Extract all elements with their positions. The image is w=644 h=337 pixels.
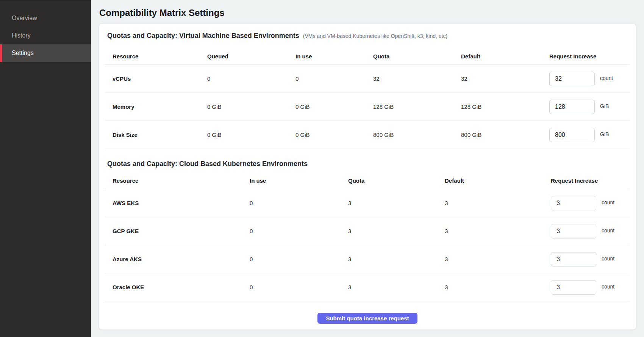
resource-name: Memory	[105, 103, 207, 110]
queued-value: 0 GiB	[207, 103, 295, 110]
unit-label: GiB	[600, 103, 609, 109]
request-increase-cell: count	[551, 224, 630, 238]
sidebar-item-overview[interactable]: Overview	[0, 9, 91, 27]
quota-value: 3	[348, 284, 445, 290]
vm-quota-table: Resource Queued In use Quota Default Req…	[105, 48, 630, 149]
column-header-resource: Resource	[105, 177, 250, 184]
unit-label: GiB	[600, 131, 609, 137]
sidebar-item-history[interactable]: History	[0, 27, 91, 44]
resource-name: Disk Size	[105, 132, 207, 138]
table-row-oracle-oke: Oracle OKE 0 3 3 count	[105, 273, 630, 301]
table-row-disk-size: Disk Size 0 GiB 0 GiB 800 GiB 800 GiB Gi…	[105, 121, 630, 149]
azure-aks-request-input[interactable]	[551, 252, 596, 266]
sidebar-item-label: Settings	[12, 50, 34, 56]
table-row-aws-eks: AWS EKS 0 3 3 count	[105, 189, 630, 217]
column-header-quota: Quota	[373, 53, 461, 60]
request-increase-cell: GiB	[549, 100, 630, 114]
sidebar-item-label: Overview	[12, 15, 37, 22]
request-increase-cell: count	[551, 196, 630, 210]
column-header-in-use: In use	[250, 177, 348, 184]
sidebar-item-label: History	[12, 32, 31, 39]
default-value: 3	[445, 256, 551, 262]
unit-label: count	[600, 75, 613, 81]
quota-value: 3	[348, 200, 445, 206]
default-value: 3	[445, 284, 551, 290]
unit-label: count	[602, 284, 614, 290]
column-header-default: Default	[445, 177, 551, 184]
default-value: 128 GiB	[461, 103, 549, 110]
in-use-value: 0 GiB	[295, 132, 373, 138]
quotas-card: Quotas and Capacity: Virtual Machine Bas…	[98, 24, 636, 330]
submit-quota-increase-button[interactable]: Submit quota increase request	[317, 313, 417, 324]
default-value: 3	[445, 200, 551, 206]
quota-value: 3	[348, 256, 445, 262]
default-value: 3	[445, 228, 551, 234]
table-row-gcp-gke: GCP GKE 0 3 3 count	[105, 217, 630, 245]
column-header-in-use: In use	[295, 53, 373, 60]
in-use-value: 0	[295, 75, 373, 82]
resource-name: vCPUs	[105, 75, 207, 82]
vm-section-heading-row: Quotas and Capacity: Virtual Machine Bas…	[107, 31, 628, 41]
column-header-resource: Resource	[105, 53, 207, 60]
vm-section-subtitle: (VMs and VM-based Kubernetes like OpenSh…	[303, 33, 447, 39]
queued-value: 0	[207, 75, 295, 82]
resource-name: GCP GKE	[105, 228, 250, 234]
in-use-value: 0	[250, 256, 348, 262]
unit-label: count	[602, 227, 614, 234]
memory-request-input[interactable]	[549, 100, 595, 114]
oracle-oke-request-input[interactable]	[551, 280, 596, 295]
quota-value: 800 GiB	[373, 132, 461, 138]
quota-value: 3	[348, 228, 445, 234]
table-row-azure-aks: Azure AKS 0 3 3 count	[105, 245, 630, 273]
gcp-gke-request-input[interactable]	[551, 224, 596, 238]
default-value: 800 GiB	[461, 132, 549, 138]
in-use-value: 0	[250, 284, 348, 290]
column-header-request-increase: Request Increase	[551, 177, 630, 184]
request-increase-cell: GiB	[549, 128, 630, 142]
vcpus-request-input[interactable]	[549, 72, 595, 86]
cloud-section-heading-row: Quotas and Capacity: Cloud Based Kuberne…	[107, 159, 628, 169]
sidebar: Overview History Settings	[0, 0, 91, 337]
column-header-queued: Queued	[207, 53, 295, 60]
cloud-quota-table: Resource In use Quota Default Request In…	[105, 172, 630, 301]
resource-name: Oracle OKE	[105, 284, 250, 290]
default-value: 32	[461, 75, 549, 82]
table-row-memory: Memory 0 GiB 0 GiB 128 GiB 128 GiB GiB	[105, 93, 630, 121]
vm-table-header-row: Resource Queued In use Quota Default Req…	[105, 48, 630, 65]
table-row-vcpus: vCPUs 0 0 32 32 count	[105, 65, 630, 93]
in-use-value: 0 GiB	[295, 103, 373, 110]
disk-size-request-input[interactable]	[549, 128, 595, 142]
active-item-accent-bar	[0, 44, 2, 62]
cloud-table-header-row: Resource In use Quota Default Request In…	[105, 172, 630, 189]
vm-section-heading: Quotas and Capacity: Virtual Machine Bas…	[107, 31, 299, 41]
resource-name: AWS EKS	[105, 200, 250, 206]
quota-value: 32	[373, 75, 461, 82]
main-content: Compatibility Matrix Settings Quotas and…	[91, 0, 644, 337]
column-header-quota: Quota	[348, 177, 445, 184]
column-header-request-increase: Request Increase	[549, 53, 630, 60]
in-use-value: 0	[250, 228, 348, 234]
request-increase-cell: count	[551, 280, 630, 295]
unit-label: count	[602, 199, 614, 205]
resource-name: Azure AKS	[105, 256, 250, 262]
queued-value: 0 GiB	[207, 132, 295, 138]
in-use-value: 0	[250, 200, 348, 206]
page-title: Compatibility Matrix Settings	[99, 7, 636, 19]
request-increase-cell: count	[551, 252, 630, 266]
unit-label: count	[602, 255, 614, 262]
submit-button-row: Submit quota increase request	[105, 313, 630, 324]
cloud-section-heading: Quotas and Capacity: Cloud Based Kuberne…	[107, 159, 308, 169]
sidebar-item-settings[interactable]: Settings	[0, 44, 91, 62]
request-increase-cell: count	[549, 72, 630, 86]
aws-eks-request-input[interactable]	[551, 196, 596, 210]
quota-value: 128 GiB	[373, 103, 461, 110]
column-header-default: Default	[461, 53, 549, 60]
